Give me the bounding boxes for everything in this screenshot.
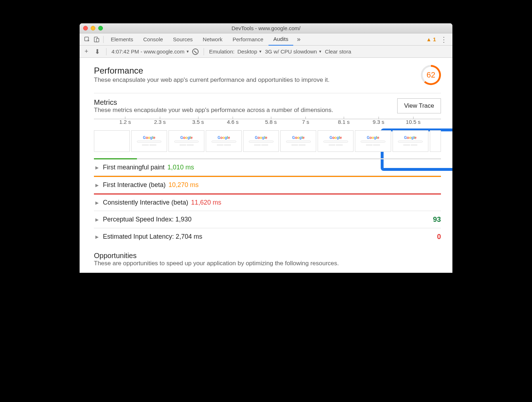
metric-label: First meaningful paint	[103, 164, 165, 171]
devtools-tabbar: Elements Console Sources Network Perform…	[80, 33, 452, 46]
throttle-selector[interactable]: 3G w/ CPU slowdown ▼	[265, 48, 322, 55]
download-report-button[interactable]: ⬇	[93, 48, 101, 56]
window-title: DevTools - www.google.com/	[80, 25, 452, 31]
expand-icon: ▶	[95, 217, 99, 222]
emulation-device-label: Desktop	[237, 48, 257, 55]
metric-value: 1,010 ms	[167, 164, 194, 171]
inspect-element-icon[interactable]	[82, 36, 92, 43]
filmstrip-frame[interactable]	[94, 130, 130, 152]
timeline-tick: 9.3 s	[372, 119, 384, 125]
filmstrip-frame[interactable]: Google	[318, 130, 353, 152]
tab-audits[interactable]: Audits	[269, 33, 294, 46]
metrics-subtitle: These metrics encapsulate your web app's…	[94, 107, 333, 114]
filmstrip-frame[interactable]: Google	[131, 130, 167, 152]
audit-content: Performance These encapsulate your web a…	[80, 58, 452, 273]
divider	[204, 48, 204, 55]
tab-console[interactable]: Console	[138, 33, 168, 46]
filmstrip-frame[interactable]: Google	[206, 130, 242, 152]
filmstrip-frame[interactable]: Google	[393, 130, 428, 152]
filmstrip-frame[interactable]: Google	[355, 130, 391, 152]
metric-value: 10,270 ms	[168, 181, 199, 189]
report-selector[interactable]: 4:07:42 PM - www.google.com ▼	[111, 48, 189, 55]
filmstrip-timeline: 1.2 s 2.3 s 3.5 s 4.6 s 5.8 s 7 s 8.1 s …	[94, 119, 441, 129]
tab-elements[interactable]: Elements	[106, 33, 138, 46]
timeline-tick: 1.2 s	[119, 119, 131, 125]
view-trace-button[interactable]: View Trace	[397, 98, 441, 113]
divider	[103, 36, 104, 43]
timeline-tick: 2.3 s	[154, 119, 166, 125]
devtools-window: DevTools - www.google.com/ Elements Cons…	[80, 23, 452, 273]
metric-label: First Interactive (beta)	[103, 181, 166, 189]
metric-row-consistently-interactive[interactable]: ▶ Consistently Interactive (beta) 11,620…	[94, 193, 441, 211]
clear-report-icon[interactable]	[192, 48, 199, 55]
performance-subtitle: These encapsulate your web app's current…	[94, 76, 329, 84]
divider	[106, 48, 106, 55]
metric-row-psi[interactable]: ▶ Perceptual Speed Index: 1,930 93	[94, 211, 441, 228]
device-toolbar-icon[interactable]	[92, 36, 101, 43]
audits-toolbar: + ⬇ 4:07:42 PM - www.google.com ▼ Emulat…	[80, 46, 452, 58]
timeline-tick: 7 s	[302, 119, 309, 125]
performance-score-gauge: 62	[421, 65, 441, 85]
new-audit-button[interactable]: +	[82, 48, 90, 55]
warning-count: 1	[433, 36, 436, 42]
timeline-tick: 10.5 s	[406, 119, 421, 125]
filmstrip-frame[interactable]	[430, 130, 441, 152]
performance-section-header: Performance These encapsulate your web a…	[94, 66, 441, 86]
settings-menu-icon[interactable]: ⋮	[438, 35, 450, 44]
opportunities-section: Opportunities These are opportunities to…	[94, 252, 441, 267]
metric-label: Perceptual Speed Index: 1,930	[103, 216, 191, 223]
opportunities-title: Opportunities	[94, 252, 441, 260]
tab-network[interactable]: Network	[198, 33, 228, 46]
tab-performance[interactable]: Performance	[228, 33, 269, 46]
tab-sources[interactable]: Sources	[168, 33, 198, 46]
warning-badge[interactable]: ▲ 1	[426, 36, 436, 42]
filmstrip-frames: Google Google Google Google Google Googl…	[94, 130, 441, 152]
metrics-section-header: Metrics These metrics encapsulate your w…	[94, 98, 441, 114]
metric-score: 0	[437, 233, 441, 241]
emulation-device-selector[interactable]: Desktop ▼	[237, 48, 262, 55]
warning-icon: ▲	[426, 36, 432, 42]
metric-row-first-interactive[interactable]: ▶ First Interactive (beta) 10,270 ms	[94, 176, 441, 193]
svg-rect-2	[96, 38, 99, 42]
caret-down-icon: ▼	[258, 50, 262, 53]
metric-value: 11,620 ms	[191, 199, 221, 206]
performance-title: Performance	[94, 66, 329, 76]
metrics-title: Metrics	[94, 98, 333, 107]
timeline-tick: 8.1 s	[338, 119, 350, 125]
tab-overflow-button[interactable]: »	[293, 36, 304, 43]
expand-icon: ▶	[95, 183, 99, 188]
clear-storage-toggle[interactable]: Clear stora	[325, 48, 351, 55]
expand-icon: ▶	[95, 165, 99, 170]
metric-label: Consistently Interactive (beta)	[103, 199, 188, 206]
metric-label: Estimated Input Latency: 2,704 ms	[103, 233, 202, 240]
caret-down-icon: ▼	[186, 50, 189, 53]
timeline-tick: 5.8 s	[265, 119, 277, 125]
filmstrip-frame[interactable]: Google	[168, 130, 204, 152]
timeline-tick: 4.6 s	[227, 119, 239, 125]
report-selector-label: 4:07:42 PM - www.google.com	[111, 48, 184, 55]
titlebar: DevTools - www.google.com/	[80, 23, 452, 33]
divider	[94, 93, 441, 93]
expand-icon: ▶	[95, 234, 99, 239]
opportunities-subtitle: These are opportunities to speed up your…	[94, 260, 441, 267]
caret-down-icon: ▼	[318, 50, 322, 53]
timeline-tick: 3.5 s	[192, 119, 204, 125]
metric-score: 93	[433, 215, 441, 224]
metric-row-eil[interactable]: ▶ Estimated Input Latency: 2,704 ms 0	[94, 228, 441, 245]
throttle-label: 3G w/ CPU slowdown	[265, 48, 317, 55]
filmstrip-frame[interactable]: Google	[243, 130, 279, 152]
emulation-label: Emulation:	[209, 48, 234, 55]
expand-icon: ▶	[95, 200, 99, 205]
performance-score-value: 62	[423, 67, 439, 83]
filmstrip-frame[interactable]: Google	[280, 130, 316, 152]
metric-row-fmp[interactable]: ▶ First meaningful paint 1,010 ms	[94, 159, 441, 176]
